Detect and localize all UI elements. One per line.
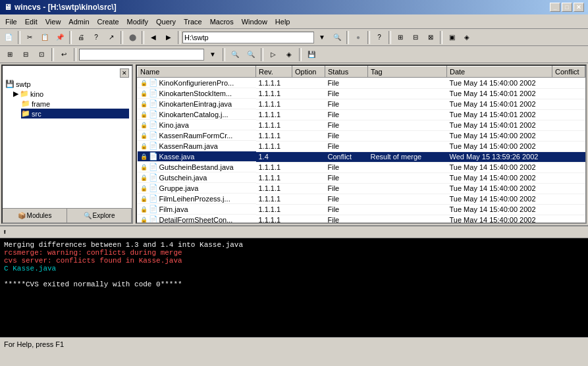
file-status-cell: File (325, 172, 368, 183)
menu-modify[interactable]: Modify (123, 16, 152, 27)
tb-cmd5[interactable]: ◈ (460, 30, 474, 45)
minimize-button[interactable]: _ (550, 3, 560, 12)
file-rev-cell: 1.1.1.1 (256, 162, 292, 172)
tab-modules[interactable]: 📦 Modules (3, 209, 67, 222)
tb-f6[interactable]: 🔍 (244, 47, 258, 62)
tb-copy[interactable]: 📋 (38, 30, 52, 45)
file-tag-cell (368, 130, 447, 141)
table-row[interactable]: 🔒📄Gutschein.java1.1.1.1FileTue May 14 15… (138, 172, 585, 183)
table-row[interactable]: 🔒📄KinokartenEintrag.java1.1.1.1FileTue M… (138, 99, 585, 109)
tree-area: ✕ 💾 swtp ▶ 📁 kino 📁 frame 📁 src (3, 66, 132, 208)
table-row[interactable]: 🔒📄FilmLeihenProzess.j...1.1.1.1FileTue M… (138, 194, 585, 204)
table-row[interactable]: 🔒📄KinokartenCatalog.j...1.1.1.1FileTue M… (138, 109, 585, 120)
menu-macros[interactable]: Macros (206, 16, 238, 27)
tb-cmd1[interactable]: ⊞ (393, 30, 408, 45)
col-name[interactable]: Name (138, 66, 256, 78)
menu-create[interactable]: Create (94, 16, 123, 27)
file-tag-cell (368, 172, 447, 183)
tb-fwd[interactable]: ▶ (161, 30, 176, 45)
col-option[interactable]: Option (292, 66, 325, 78)
tree-item-frame[interactable]: 📁 frame (21, 99, 129, 109)
col-tag[interactable]: Tag (368, 66, 447, 78)
file-name-cell: 🔒📄Kasse.java (138, 151, 256, 162)
table-row[interactable]: 🔒📄Kasse.java1.4ConflictResult of mergeWe… (138, 151, 585, 162)
col-conflict[interactable]: Conflict (552, 66, 585, 78)
tb-f4[interactable]: ↩ (57, 47, 71, 62)
tab-explore[interactable]: 🔍 Explore (67, 209, 132, 222)
sep14 (299, 48, 302, 61)
file-java-icon: 📄 (149, 184, 158, 192)
tb-paste[interactable]: 📌 (53, 30, 67, 45)
sep6 (346, 31, 349, 44)
tb-help[interactable]: ? (89, 30, 103, 45)
table-row[interactable]: 🔒📄KinoKonfigurierenPro...1.1.1.1FileTue … (138, 78, 585, 89)
tree-item-kino[interactable]: ▶ 📁 kino (13, 89, 129, 99)
maximize-button[interactable]: □ (562, 3, 572, 12)
tb-f3[interactable]: ⊡ (34, 47, 49, 62)
tb-f9[interactable]: 💾 (304, 47, 319, 62)
tb-f1[interactable]: ⊞ (3, 47, 17, 62)
expand-icon: ▶ (13, 90, 18, 98)
table-row[interactable]: 🔒📄Kino.java1.1.1.1FileTue May 14 15:40:0… (138, 120, 585, 130)
file-name: KassenRaumFormCr... (159, 132, 233, 140)
menu-edit[interactable]: Edit (21, 16, 41, 27)
table-row[interactable]: 🔒📄KinokartenStockItem...1.1.1.1FileTue M… (138, 88, 585, 99)
tb-print[interactable]: 🖨 (74, 30, 88, 45)
tb-f5[interactable]: 🔍 (228, 47, 242, 62)
file-name: Film.java (159, 205, 188, 213)
output-line: C Kasse.java (4, 265, 584, 273)
tb-f8[interactable]: ◈ (282, 47, 296, 62)
sep10 (51, 48, 54, 61)
tb-f2[interactable]: ⊟ (18, 47, 33, 62)
tb-stop[interactable]: ⬤ (125, 30, 140, 45)
file-java-icon: 📄 (149, 205, 158, 213)
close-button[interactable]: ✕ (574, 3, 584, 12)
tree-item-swtp[interactable]: 💾 swtp (5, 79, 129, 89)
sep2 (69, 31, 72, 44)
tree-close[interactable]: ✕ (120, 68, 129, 78)
tb-f7[interactable]: ▷ (266, 47, 281, 62)
file-name-cell: 🔒📄KinokartenStockItem... (138, 88, 256, 99)
col-status[interactable]: Status (325, 66, 368, 78)
left-panel: ✕ 💾 swtp ▶ 📁 kino 📁 frame 📁 src 📦 (1, 65, 133, 224)
menu-query[interactable]: Query (152, 16, 180, 27)
col-date[interactable]: Date (447, 66, 552, 78)
tb-browse[interactable]: 🔍 (330, 30, 344, 45)
tb-back[interactable]: ◀ (146, 30, 161, 45)
tb-new[interactable]: 📄 (1, 30, 16, 45)
col-rev[interactable]: Rev. (256, 66, 292, 78)
table-row[interactable]: 🔒📄Gruppe.java1.1.1.1FileTue May 14 15:40… (138, 183, 585, 194)
menu-trace[interactable]: Trace (180, 16, 206, 27)
menu-help[interactable]: Help (271, 16, 294, 27)
tb-go[interactable]: ▼ (315, 30, 329, 45)
tb-cmd3[interactable]: ⊠ (423, 30, 438, 45)
file-rev-cell: 1.1.1.1 (256, 172, 292, 183)
table-row[interactable]: 🔒📄KassenRaumFormCr...1.1.1.1FileTue May … (138, 130, 585, 141)
tb-cmd4[interactable]: ▣ (444, 30, 459, 45)
sep12 (223, 48, 225, 61)
tree-item-src[interactable]: 📁 src (21, 109, 129, 118)
filter-dropdown[interactable]: ▼ (205, 47, 220, 62)
table-row[interactable]: 🔒📄DetailFormSheetCon...1.1.1.1FileTue Ma… (138, 215, 585, 222)
file-lock-icon: 🔒 (140, 174, 147, 181)
title-controls[interactable]: _ □ ✕ (550, 3, 584, 12)
file-conflict-cell (552, 162, 585, 172)
filter-input[interactable] (79, 49, 204, 61)
sep5 (178, 31, 180, 44)
table-row[interactable]: 🔒📄GutscheinBestand.java1.1.1.1FileTue Ma… (138, 162, 585, 172)
output-content[interactable]: Merging differences between 1.3 and 1.4 … (0, 238, 588, 337)
tb-refresh[interactable]: ? (372, 30, 387, 45)
tb-cut[interactable]: ✂ (22, 30, 37, 45)
table-row[interactable]: 🔒📄Film.java1.1.1.1FileTue May 14 15:40:0… (138, 204, 585, 215)
menu-admin[interactable]: Admin (65, 16, 93, 27)
menu-window[interactable]: Window (238, 16, 271, 27)
location-input[interactable] (182, 32, 314, 43)
table-row[interactable]: 🔒📄KassenRaum.java1.1.1.1FileTue May 14 1… (138, 141, 585, 151)
menu-view[interactable]: View (41, 16, 65, 27)
file-conflict-cell (552, 130, 585, 141)
tb-help2[interactable]: ↗ (104, 30, 119, 45)
file-tag-cell (368, 109, 447, 120)
tb-stop2[interactable]: ● (351, 30, 365, 45)
tb-cmd2[interactable]: ⊟ (408, 30, 423, 45)
menu-file[interactable]: File (1, 16, 21, 27)
